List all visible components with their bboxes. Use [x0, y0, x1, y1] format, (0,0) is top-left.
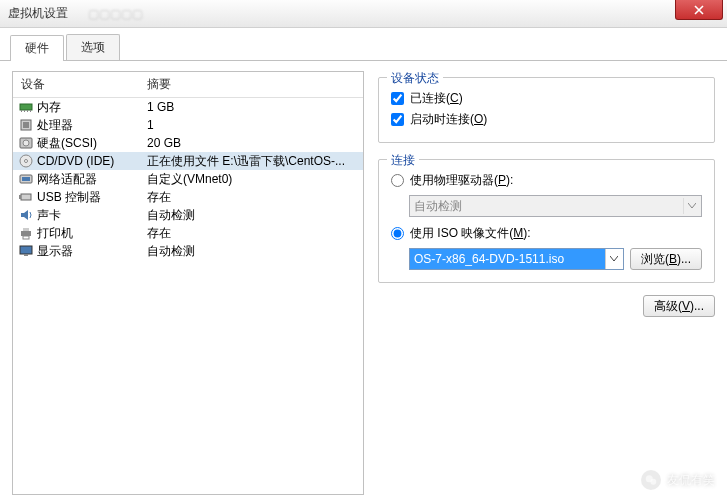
device-list-panel: 设备 摘要 内存1 GB处理器1硬盘(SCSI)20 GBCD/DVD (IDE…: [12, 71, 364, 495]
device-row[interactable]: USB 控制器存在: [13, 188, 363, 206]
svg-rect-18: [20, 246, 32, 254]
close-icon: [694, 5, 704, 15]
svg-rect-16: [23, 228, 29, 231]
background-tab-blur: ▢▢▢▢▢: [88, 7, 143, 21]
device-summary: 自定义(VMnet0): [143, 171, 359, 188]
svg-rect-19: [24, 254, 28, 256]
connect-on-power-row: 启动时连接(O): [391, 109, 702, 130]
svg-rect-12: [22, 177, 30, 181]
wechat-icon: [641, 470, 661, 490]
device-name: 处理器: [35, 117, 143, 134]
column-summary: 摘要: [143, 76, 363, 93]
advanced-button[interactable]: 高级(V)...: [643, 295, 715, 317]
iso-path-combo[interactable]: OS-7-x86_64-DVD-1511.iso: [409, 248, 624, 270]
physical-drive-combo[interactable]: 自动检测: [409, 195, 702, 217]
iso-path-value: OS-7-x86_64-DVD-1511.iso: [410, 249, 605, 269]
device-summary: 自动检测: [143, 243, 359, 260]
svg-rect-13: [21, 194, 31, 200]
svg-rect-17: [23, 236, 29, 239]
tab-options[interactable]: 选项: [66, 34, 120, 60]
memory-icon: [17, 99, 35, 115]
svg-rect-4: [30, 110, 31, 112]
physical-drive-row: 使用物理驱动器(P):: [391, 170, 702, 191]
svg-point-10: [25, 160, 28, 163]
chevron-down-icon: [683, 198, 699, 214]
group-title-connection: 连接: [387, 152, 419, 169]
svg-rect-14: [19, 195, 21, 199]
connected-label[interactable]: 已连接(C): [410, 90, 463, 107]
device-row[interactable]: 网络适配器自定义(VMnet0): [13, 170, 363, 188]
device-row[interactable]: 显示器自动检测: [13, 242, 363, 260]
cpu-icon: [17, 117, 35, 133]
device-summary: 20 GB: [143, 136, 359, 150]
cd-icon: [17, 153, 35, 169]
iso-file-label[interactable]: 使用 ISO 映像文件(M):: [410, 225, 531, 242]
device-row[interactable]: 内存1 GB: [13, 98, 363, 116]
device-name: 打印机: [35, 225, 143, 242]
watermark: 友侃有笑: [641, 470, 715, 490]
device-summary: 1 GB: [143, 100, 359, 114]
device-name: 硬盘(SCSI): [35, 135, 143, 152]
svg-point-21: [650, 479, 656, 485]
device-row[interactable]: 处理器1: [13, 116, 363, 134]
display-icon: [17, 243, 35, 259]
hdd-icon: [17, 135, 35, 151]
svg-rect-2: [24, 110, 25, 112]
device-summary: 存在: [143, 189, 359, 206]
svg-point-8: [23, 140, 29, 146]
svg-rect-3: [27, 110, 28, 112]
settings-panel: 设备状态 已连接(C) 启动时连接(O) 连接 使用物理驱动器(P): 自动检测: [378, 71, 715, 495]
device-summary: 自动检测: [143, 207, 359, 224]
connection-group: 连接 使用物理驱动器(P): 自动检测 使用 ISO 映像文件(M): OS-7…: [378, 159, 715, 283]
svg-rect-1: [21, 110, 22, 112]
iso-file-row: 使用 ISO 映像文件(M):: [391, 223, 702, 244]
title-bar: 虚拟机设置 ▢▢▢▢▢: [0, 0, 727, 28]
chevron-down-icon: [605, 249, 623, 269]
usb-icon: [17, 189, 35, 205]
svg-rect-15: [21, 231, 31, 236]
device-row[interactable]: 硬盘(SCSI)20 GB: [13, 134, 363, 152]
tab-hardware[interactable]: 硬件: [10, 35, 64, 61]
device-row[interactable]: CD/DVD (IDE)正在使用文件 E:\迅雷下载\CentOS-...: [13, 152, 363, 170]
window-title: 虚拟机设置: [8, 5, 68, 22]
physical-drive-radio[interactable]: [391, 174, 404, 187]
browse-button[interactable]: 浏览(B)...: [630, 248, 702, 270]
connect-on-power-label[interactable]: 启动时连接(O): [410, 111, 487, 128]
advanced-row: 高级(V)...: [378, 295, 715, 317]
watermark-text: 友侃有笑: [667, 472, 715, 489]
sound-icon: [17, 207, 35, 223]
device-row[interactable]: 打印机存在: [13, 224, 363, 242]
physical-drive-value: 自动检测: [414, 198, 462, 215]
iso-file-radio[interactable]: [391, 227, 404, 240]
device-name: 内存: [35, 99, 143, 116]
device-row[interactable]: 声卡自动检测: [13, 206, 363, 224]
connected-row: 已连接(C): [391, 88, 702, 109]
device-summary: 1: [143, 118, 359, 132]
device-name: USB 控制器: [35, 189, 143, 206]
column-device: 设备: [13, 76, 143, 93]
device-list: 内存1 GB处理器1硬盘(SCSI)20 GBCD/DVD (IDE)正在使用文…: [13, 98, 363, 494]
group-title-status: 设备状态: [387, 70, 443, 87]
device-summary: 正在使用文件 E:\迅雷下载\CentOS-...: [143, 153, 359, 170]
device-summary: 存在: [143, 225, 359, 242]
tab-bar: 硬件 选项: [0, 28, 727, 61]
content-area: 设备 摘要 内存1 GB处理器1硬盘(SCSI)20 GBCD/DVD (IDE…: [0, 61, 727, 502]
iso-input-row: OS-7-x86_64-DVD-1511.iso 浏览(B)...: [409, 248, 702, 270]
net-icon: [17, 171, 35, 187]
printer-icon: [17, 225, 35, 241]
list-header: 设备 摘要: [13, 72, 363, 98]
device-name: 声卡: [35, 207, 143, 224]
svg-rect-0: [20, 104, 32, 110]
device-status-group: 设备状态 已连接(C) 启动时连接(O): [378, 77, 715, 143]
close-button[interactable]: [675, 0, 723, 20]
connect-on-power-checkbox[interactable]: [391, 113, 404, 126]
device-name: CD/DVD (IDE): [35, 154, 143, 168]
device-name: 显示器: [35, 243, 143, 260]
physical-drive-label[interactable]: 使用物理驱动器(P):: [410, 172, 513, 189]
connected-checkbox[interactable]: [391, 92, 404, 105]
svg-rect-6: [23, 122, 29, 128]
device-name: 网络适配器: [35, 171, 143, 188]
